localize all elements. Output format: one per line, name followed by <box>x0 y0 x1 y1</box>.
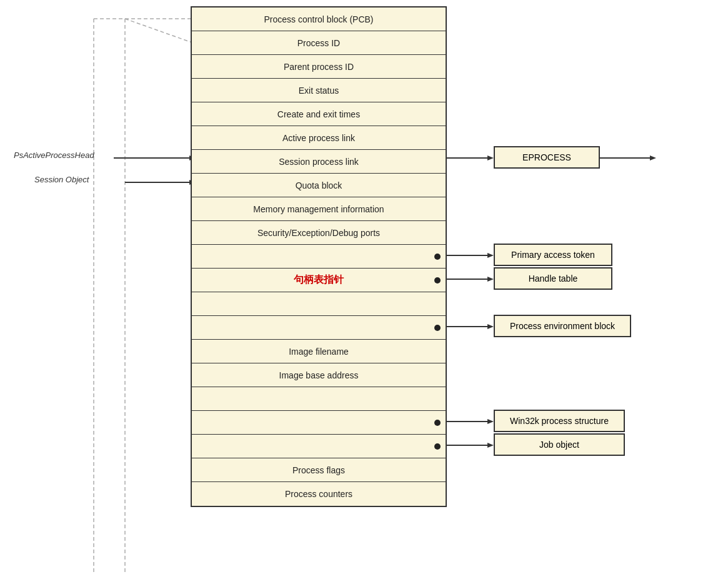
pcb-row-peb <box>192 316 446 340</box>
pcb-row-process-counters: Process counters <box>192 482 446 506</box>
svg-marker-13 <box>487 253 494 258</box>
svg-marker-17 <box>487 324 494 329</box>
diagram-container: PsActiveProcessHead Session Object Proce… <box>0 0 728 587</box>
pcb-row-handle-table: 句柄表指针 <box>192 269 446 292</box>
pcb-row-process-flags: Process flags <box>192 458 446 482</box>
job-object-dot <box>434 443 441 450</box>
svg-marker-11 <box>650 155 656 160</box>
handle-table-dot <box>434 277 441 284</box>
job-object-box: Job object <box>494 433 625 456</box>
eprocess-box: EPROCESS <box>494 146 600 169</box>
svg-marker-9 <box>487 155 494 160</box>
pcb-row-security-ports: Security/Exception/Debug ports <box>192 221 446 245</box>
pcb-row-process-id: Process ID <box>192 31 446 55</box>
pcb-row-pcb-header: Process control block (PCB) <box>192 7 446 31</box>
pcb-row-session-process-link: Session process link <box>192 150 446 174</box>
pcb-row-create-exit-times: Create and exit times <box>192 102 446 126</box>
win32k-box: Win32k process structure <box>494 410 625 432</box>
svg-marker-19 <box>487 419 494 424</box>
session-object-label: Session Object <box>34 175 89 184</box>
svg-marker-21 <box>487 443 494 448</box>
pcb-row-active-process-link: Active process link <box>192 126 446 150</box>
pcb-row-image-filename: Image filename <box>192 340 446 363</box>
svg-marker-15 <box>487 277 494 282</box>
win32k-dot <box>434 420 441 426</box>
handle-table-box: Handle table <box>494 267 612 290</box>
pcb-row-exit-status: Exit status <box>192 79 446 102</box>
peb-box: Process environment block <box>494 315 631 337</box>
pcb-row-primary-token <box>192 245 446 269</box>
pcb-row-empty1 <box>192 292 446 316</box>
pcb-row-empty2 <box>192 387 446 411</box>
peb-dot <box>434 325 441 331</box>
pcb-row-job-object <box>192 435 446 458</box>
primary-token-dot <box>434 254 441 260</box>
ps-active-head-label: PsActiveProcessHead <box>14 150 94 160</box>
pcb-row-quota-block: Quota block <box>192 174 446 197</box>
pcb-row-memory-mgmt: Memory management information <box>192 197 446 221</box>
pcb-row-win32k <box>192 411 446 435</box>
pcb-row-image-base: Image base address <box>192 363 446 387</box>
pcb-block: Process control block (PCB) Process ID P… <box>191 6 447 507</box>
pcb-row-parent-process-id: Parent process ID <box>192 55 446 79</box>
primary-access-token-box: Primary access token <box>494 244 612 266</box>
svg-line-3 <box>125 19 192 42</box>
